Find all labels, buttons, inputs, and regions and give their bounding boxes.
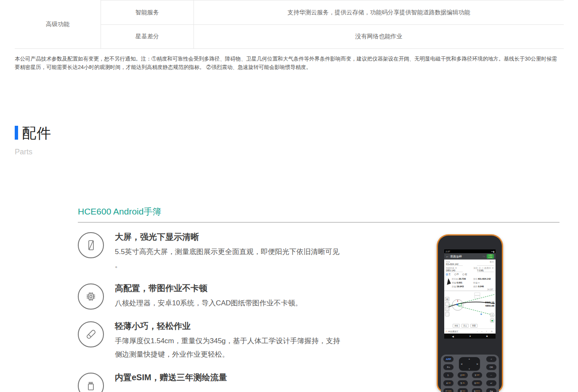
radio-option: 主 <box>446 273 451 276</box>
section-title: 配件 <box>22 125 51 141</box>
extent-icon: ⬚ <box>445 302 449 306</box>
feature-list: 大屏，强光下显示清晰 5.5英寸高亮大屏，测量底图展示更全面直观，即便阳光下依旧… <box>78 230 355 392</box>
dpad-down-icon: ▼ <box>468 368 470 370</box>
gnss-tool-icon: ▣ <box>490 318 494 323</box>
feature-desc: 5.5英寸高亮大屏，测量底图展示更全面直观，即便阳光下依旧清晰可见 。 <box>115 245 345 272</box>
back-arrow-icon: ← <box>446 255 449 258</box>
device-keypad: ▲▼ ◀▶ APP < Fn OK 1. 2ABC 3DEF ← 4GHI 5J… <box>441 355 499 392</box>
map-side-tools: ◎ ▣ <box>490 313 494 323</box>
field-value <box>477 263 494 266</box>
map-tools: ▤ ⬚ ▢ ﹂ <box>445 297 449 316</box>
key-enter: ↵ <box>486 380 496 386</box>
feature-desc: 八核处理器，安卓10系统，导入CAD图纸带图作业不卡顿。 <box>115 297 345 310</box>
handheld-screen-icon <box>78 232 104 258</box>
spec-row-feature: 智能服务 <box>101 0 194 25</box>
spec-row-value: 没有网络也能作业 <box>194 25 564 48</box>
android-nav-bar: ◀ ● ■ <box>444 334 496 339</box>
key-8: 8TUV <box>458 388 468 392</box>
spec-group-label: 高级功能 <box>15 0 101 48</box>
action-button: 选线 <box>453 324 460 328</box>
map-action-buttons: 选线 设点 测量 <box>453 324 477 328</box>
key-app: APP <box>443 356 453 362</box>
field-value: K0+604.142 <box>446 263 463 266</box>
key-7: 7PQRS <box>443 388 453 392</box>
dpad: ▲▼ ◀▶ <box>459 357 480 371</box>
feature-desc: 手簿厚度仅1.54cm，重量仅为345g，基于人体工学设计手簿握持，支持侧边测量… <box>115 334 345 361</box>
key-aa: Aa <box>486 388 496 392</box>
action-button: 设点 <box>461 324 469 328</box>
nav-back-icon: ◀ <box>452 335 454 338</box>
dpad-up-icon: ▲ <box>468 358 470 360</box>
footer-label: 中日易安汇 <box>448 330 459 333</box>
feature-item: 大屏，强光下显示清晰 5.5英寸高亮大屏，测量底图展示更全面直观，即便阳光下依旧… <box>78 230 355 272</box>
feature-title: 内置eSIM，赠送三年测绘流量 <box>115 372 345 383</box>
key-5: 5JKL <box>458 380 468 386</box>
compass-arrow-icon <box>445 278 451 285</box>
radio-icon <box>462 273 464 275</box>
nav-recent-icon: ■ <box>486 335 488 337</box>
key-back: < <box>486 356 496 362</box>
feature-item: 高配置，带图作业不卡顿 八核处理器，安卓10系统，导入CAD图纸带图作业不卡顿。 <box>78 281 355 310</box>
key-ok: OK <box>486 364 496 370</box>
key-2: 2ABC <box>458 372 468 378</box>
status-icons: ▪▪▮ <box>491 250 494 253</box>
key-backspace: ← <box>486 372 496 378</box>
disclaimer-text: 本公司产品技术参数及配置如有变更，恕不另行通知。注：①精度和可靠性会受到多路径、… <box>15 55 559 72</box>
esim-chip-icon <box>78 373 104 392</box>
map-coordinates: 2395.10 4850.88 <box>485 301 494 308</box>
feature-title: 大屏，强光下显示清晰 <box>115 231 345 243</box>
key-6: 6MNO <box>472 380 482 386</box>
layers-icon: ▤ <box>445 297 449 301</box>
status-time: 2:37 <box>445 250 450 253</box>
stakeout-form: 点名 备注 K0+604.142 线路列表 ▼ 加宽: 左-上-路肩(0- ▼ … <box>444 260 496 272</box>
field-value: 7.038) <box>477 269 494 272</box>
spec-row-feature: 星基差分 <box>101 25 194 48</box>
corner-icon: ﹂ <box>445 312 449 316</box>
feature-title: 高配置，带图作业不卡顿 <box>115 283 345 294</box>
magnifier-icon: ◎ <box>490 313 494 317</box>
radio-selected-icon <box>446 273 448 275</box>
app-title: 道路放样 <box>450 254 462 259</box>
radio-group: 主 中 右 <box>444 272 496 277</box>
app-footer-bar: ⌂ 中日易安汇 › ▪ i ⚙ <box>444 328 496 334</box>
device-screen: 2:37 ▪▪▮ ← 道路放样 ↑↓ 1.892 0.986 点名 备注 K0+… <box>444 249 496 339</box>
action-button: 测量 <box>470 324 477 328</box>
app-bar: ← 道路放样 ↑↓ 1.892 0.986 <box>444 253 496 260</box>
radio-icon <box>454 273 456 275</box>
tilted-device-icon <box>78 321 104 347</box>
feature-item: 内置eSIM，赠送三年测绘流量 <box>78 370 355 392</box>
product-photo-hce600: 2:37 ▪▪▮ ← 道路放样 ↑↓ 1.892 0.986 点名 备注 K0+… <box>437 234 503 392</box>
key-fn: Fn <box>443 364 453 370</box>
radio-option: 中 <box>454 273 459 276</box>
select-icon: ▢ <box>445 307 449 311</box>
gnss-fix-badge: 1.892 0.986 <box>487 254 494 259</box>
key-4: 4GHI <box>443 380 453 386</box>
nav-home-icon: ● <box>469 335 471 337</box>
accent-bar <box>15 126 18 140</box>
dpad-right-icon: ▶ <box>477 363 478 365</box>
home-icon: ⌂ <box>445 330 447 333</box>
feature-title: 轻薄小巧，轻松作业 <box>115 320 345 332</box>
section-header: 配件 Parts <box>15 124 51 156</box>
antenna-icons: ↑↓ <box>483 255 486 257</box>
key-1: 1. <box>443 372 453 378</box>
stakeout-metrics: 距目标:20.736 里程:K0+604.142 横偏:0.001 纵偏:-- … <box>444 277 496 289</box>
product-title: HCE600 Android手簿 <box>78 206 559 222</box>
field-value: DBS-140 <box>446 269 463 272</box>
footer-icons: › ▪ i ⚙ <box>477 330 494 333</box>
section-subtitle: Parts <box>15 148 51 156</box>
cpu-chip-icon <box>78 283 104 310</box>
map-view: 2395.10 4850.88 ▤ ⬚ ▢ ﹂ ◎ ▣ 选线 设点 测量 <box>444 291 496 328</box>
dpad-left-icon: ◀ <box>461 363 462 365</box>
spec-table: 高级功能 智能服务 支持华测云服务，提供云存储，功能码分享提供智能道路数据编辑功… <box>15 0 564 49</box>
key-9: 9WXYZ <box>472 388 482 392</box>
key-3: 3DEF <box>472 372 482 378</box>
spec-row-value: 支持华测云服务，提供云存储，功能码分享提供智能道路数据编辑功能 <box>194 0 564 25</box>
radio-option: 右 <box>462 273 467 276</box>
status-bar: 2:37 ▪▪▮ <box>444 249 496 253</box>
feature-item: 轻薄小巧，轻松作业 手簿厚度仅1.54cm，重量仅为345g，基于人体工学设计手… <box>78 319 355 361</box>
